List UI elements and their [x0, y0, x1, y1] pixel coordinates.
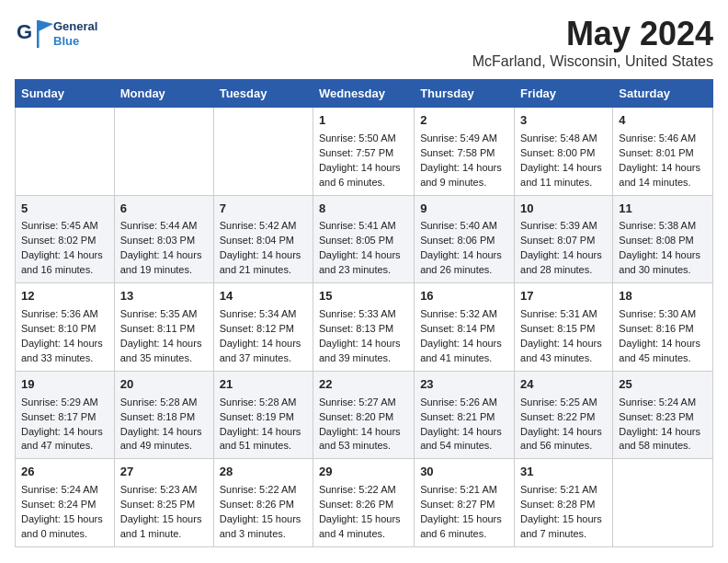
calendar-body: 1Sunrise: 5:50 AMSunset: 7:57 PMDaylight… [16, 108, 713, 547]
day-info-line: and 33 minutes. [21, 351, 108, 366]
day-info-line: Sunrise: 5:41 AM [319, 219, 408, 234]
day-info-line: Daylight: 14 hours [520, 248, 607, 263]
day-info-line: and 23 minutes. [319, 263, 408, 278]
day-info-line: Daylight: 14 hours [420, 337, 508, 351]
day-info-line: and 47 minutes. [21, 439, 108, 454]
calendar-cell: 1Sunrise: 5:50 AMSunset: 7:57 PMDaylight… [313, 108, 414, 196]
day-info-line: Sunrise: 5:28 AM [120, 396, 208, 410]
day-info-line: Sunrise: 5:28 AM [220, 396, 307, 410]
day-info-line: Sunset: 8:28 PM [520, 498, 607, 512]
month-title: May 2024 [472, 15, 713, 53]
day-number: 20 [120, 376, 208, 394]
day-info-line: and 26 minutes. [420, 263, 508, 278]
day-number: 15 [319, 288, 408, 305]
day-info-line: Sunset: 8:05 PM [319, 234, 408, 248]
day-info-line: Sunset: 8:19 PM [220, 410, 307, 425]
day-info-line: Sunrise: 5:32 AM [420, 307, 508, 322]
day-number: 21 [220, 376, 307, 394]
day-info-line: Daylight: 14 hours [520, 425, 607, 440]
day-info-line: Sunrise: 5:22 AM [220, 483, 307, 498]
day-info-line: and 6 minutes. [420, 527, 508, 542]
logo-line2: Blue [53, 34, 97, 49]
day-info-line: Sunrise: 5:21 AM [420, 483, 508, 498]
day-info-line: Sunset: 8:14 PM [420, 322, 508, 337]
day-number: 22 [319, 376, 408, 394]
day-info-line: Daylight: 14 hours [120, 248, 208, 263]
day-number: 1 [319, 112, 408, 130]
day-info-line: and 16 minutes. [21, 263, 108, 278]
day-info-line: Sunset: 8:23 PM [619, 410, 707, 425]
day-info-line: Sunset: 8:21 PM [420, 410, 508, 425]
calendar-cell [16, 108, 115, 196]
day-number: 17 [520, 288, 607, 305]
logo: G General Blue [15, 15, 97, 53]
day-info-line: Daylight: 14 hours [520, 337, 607, 351]
day-info-line: Sunrise: 5:35 AM [120, 307, 208, 322]
weekday-header-wednesday: Wednesday [313, 80, 414, 108]
day-info-line: Sunset: 8:08 PM [619, 234, 707, 248]
day-info-line: Sunset: 8:15 PM [520, 322, 607, 337]
day-info-line: Daylight: 14 hours [21, 248, 108, 263]
calendar-cell: 14Sunrise: 5:34 AMSunset: 8:12 PMDayligh… [213, 283, 313, 372]
day-info-line: Daylight: 14 hours [619, 161, 707, 176]
day-info-line: and 39 minutes. [319, 351, 408, 366]
calendar-cell [114, 108, 213, 196]
day-info-line: Daylight: 14 hours [619, 425, 707, 440]
day-info-line: Sunset: 8:22 PM [520, 410, 607, 425]
day-info-line: and 41 minutes. [420, 351, 508, 366]
day-info-line: Sunrise: 5:48 AM [520, 132, 607, 146]
day-number: 9 [420, 201, 508, 218]
day-info-line: Sunrise: 5:27 AM [319, 396, 408, 410]
day-number: 27 [120, 464, 208, 481]
day-info-line: Daylight: 14 hours [420, 161, 508, 176]
calendar-cell: 11Sunrise: 5:38 AMSunset: 8:08 PMDayligh… [613, 195, 713, 283]
location-title: McFarland, Wisconsin, United States [472, 53, 713, 70]
day-info-line: and 7 minutes. [520, 527, 607, 542]
calendar-cell: 27Sunrise: 5:23 AMSunset: 8:25 PMDayligh… [114, 459, 213, 547]
calendar-cell: 29Sunrise: 5:22 AMSunset: 8:26 PMDayligh… [313, 459, 414, 547]
day-info-line: Sunset: 7:57 PM [319, 146, 408, 161]
calendar-cell: 28Sunrise: 5:22 AMSunset: 8:26 PMDayligh… [213, 459, 313, 547]
calendar-cell: 17Sunrise: 5:31 AMSunset: 8:15 PMDayligh… [515, 283, 613, 372]
day-info-line: and 43 minutes. [520, 351, 607, 366]
day-info-line: and 54 minutes. [420, 439, 508, 454]
day-info-line: Sunset: 8:25 PM [120, 498, 208, 512]
weekday-header-row: SundayMondayTuesdayWednesdayThursdayFrid… [16, 80, 713, 108]
page-header: G General Blue May 2024 McFarland, Wisco… [15, 15, 713, 70]
day-number: 18 [619, 288, 707, 305]
calendar-cell: 19Sunrise: 5:29 AMSunset: 8:17 PMDayligh… [16, 371, 115, 459]
day-number: 29 [319, 464, 408, 481]
calendar-cell: 15Sunrise: 5:33 AMSunset: 8:13 PMDayligh… [313, 283, 414, 372]
calendar-cell [613, 459, 713, 547]
day-number: 13 [120, 288, 208, 305]
weekday-header-monday: Monday [114, 80, 213, 108]
day-number: 3 [520, 112, 607, 130]
day-info-line: and 14 minutes. [619, 176, 707, 190]
day-info-line: and 6 minutes. [319, 176, 408, 190]
day-info-line: Daylight: 14 hours [520, 161, 607, 176]
title-block: May 2024 McFarland, Wisconsin, United St… [472, 15, 713, 70]
calendar-cell: 25Sunrise: 5:24 AMSunset: 8:23 PMDayligh… [613, 371, 713, 459]
calendar-week-3: 12Sunrise: 5:36 AMSunset: 8:10 PMDayligh… [16, 283, 713, 372]
day-info-line: Sunrise: 5:34 AM [220, 307, 307, 322]
day-info-line: and 51 minutes. [220, 439, 307, 454]
day-number: 25 [619, 376, 707, 394]
calendar-cell: 24Sunrise: 5:25 AMSunset: 8:22 PMDayligh… [515, 371, 613, 459]
day-info-line: Sunrise: 5:26 AM [420, 396, 508, 410]
day-info-line: Sunset: 8:10 PM [21, 322, 108, 337]
day-number: 11 [619, 201, 707, 218]
day-info-line: Daylight: 15 hours [520, 512, 607, 527]
day-info-line: Sunset: 8:03 PM [120, 234, 208, 248]
day-info-line: Sunrise: 5:50 AM [319, 132, 408, 146]
calendar-cell [213, 108, 313, 196]
day-info-line: Daylight: 15 hours [120, 512, 208, 527]
day-info-line: Sunrise: 5:24 AM [619, 396, 707, 410]
day-info-line: Sunset: 8:16 PM [619, 322, 707, 337]
day-info-line: Sunset: 8:26 PM [220, 498, 307, 512]
day-info-line: Sunrise: 5:42 AM [220, 219, 307, 234]
day-info-line: Sunrise: 5:33 AM [319, 307, 408, 322]
day-info-line: Sunrise: 5:38 AM [619, 219, 707, 234]
day-info-line: Daylight: 14 hours [220, 248, 307, 263]
day-info-line: Sunset: 8:04 PM [220, 234, 307, 248]
day-info-line: Sunset: 8:02 PM [21, 234, 108, 248]
